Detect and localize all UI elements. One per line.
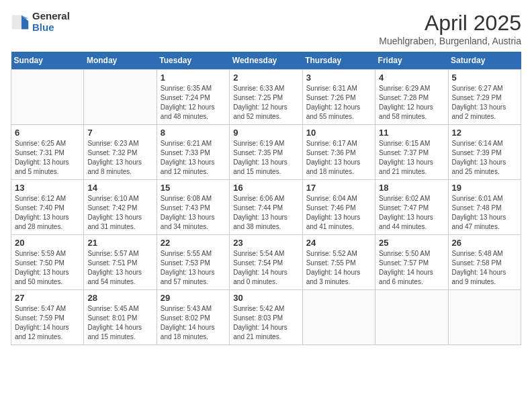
day-number: 8 (161, 128, 226, 138)
calendar-subtitle: Muehlgraben, Burgenland, Austria (379, 36, 521, 46)
weekday-header-wednesday: Wednesday (230, 52, 302, 70)
calendar-cell: 28Sunrise: 5:45 AM Sunset: 8:01 PM Dayli… (84, 290, 157, 345)
day-number: 13 (15, 183, 80, 193)
calendar-cell: 13Sunrise: 6:12 AM Sunset: 7:40 PM Dayli… (11, 180, 84, 235)
day-number: 30 (233, 293, 298, 303)
day-info: Sunrise: 6:15 AM Sunset: 7:37 PM Dayligh… (379, 139, 444, 177)
day-info: Sunrise: 5:59 AM Sunset: 7:50 PM Dayligh… (15, 249, 80, 287)
day-info: Sunrise: 5:54 AM Sunset: 7:54 PM Dayligh… (233, 249, 298, 287)
svg-rect-2 (12, 15, 21, 29)
calendar-cell: 5Sunrise: 6:27 AM Sunset: 7:29 PM Daylig… (448, 70, 521, 125)
calendar-cell: 12Sunrise: 6:14 AM Sunset: 7:39 PM Dayli… (448, 125, 521, 180)
day-number: 12 (452, 128, 517, 138)
calendar-title: April 2025 (379, 11, 521, 36)
day-number: 17 (306, 183, 371, 193)
day-info: Sunrise: 5:50 AM Sunset: 7:57 PM Dayligh… (379, 249, 444, 287)
day-number: 24 (306, 238, 371, 248)
day-number: 4 (379, 73, 444, 83)
calendar-cell: 15Sunrise: 6:08 AM Sunset: 7:43 PM Dayli… (157, 180, 229, 235)
calendar-week-3: 13Sunrise: 6:12 AM Sunset: 7:40 PM Dayli… (11, 180, 521, 235)
day-number: 20 (15, 238, 80, 248)
day-number: 23 (233, 238, 298, 248)
day-number: 1 (161, 73, 226, 83)
day-info: Sunrise: 6:08 AM Sunset: 7:43 PM Dayligh… (161, 194, 226, 232)
day-info: Sunrise: 6:27 AM Sunset: 7:29 PM Dayligh… (452, 84, 517, 122)
logo: General Blue (11, 11, 70, 33)
day-info: Sunrise: 6:25 AM Sunset: 7:31 PM Dayligh… (15, 139, 80, 177)
day-info: Sunrise: 5:48 AM Sunset: 7:58 PM Dayligh… (452, 249, 517, 287)
calendar-week-2: 6Sunrise: 6:25 AM Sunset: 7:31 PM Daylig… (11, 125, 521, 180)
day-number: 21 (87, 238, 152, 248)
day-number: 26 (452, 238, 517, 248)
calendar-cell (375, 290, 448, 345)
day-info: Sunrise: 6:33 AM Sunset: 7:25 PM Dayligh… (233, 84, 298, 122)
day-number: 5 (452, 73, 517, 83)
calendar-cell: 27Sunrise: 5:47 AM Sunset: 7:59 PM Dayli… (11, 290, 84, 345)
weekday-header-monday: Monday (84, 52, 157, 70)
day-info: Sunrise: 6:23 AM Sunset: 7:32 PM Dayligh… (87, 139, 152, 177)
day-info: Sunrise: 6:31 AM Sunset: 7:26 PM Dayligh… (306, 84, 371, 122)
day-number: 14 (87, 183, 152, 193)
calendar-cell (84, 70, 157, 125)
calendar-cell (448, 290, 521, 345)
calendar-cell: 8Sunrise: 6:21 AM Sunset: 7:33 PM Daylig… (157, 125, 229, 180)
calendar-cell: 25Sunrise: 5:50 AM Sunset: 7:57 PM Dayli… (375, 235, 448, 290)
day-number: 6 (15, 128, 80, 138)
logo-text: General Blue (32, 11, 70, 33)
calendar-week-5: 27Sunrise: 5:47 AM Sunset: 7:59 PM Dayli… (11, 290, 521, 345)
day-number: 28 (87, 293, 152, 303)
calendar-table: SundayMondayTuesdayWednesdayThursdayFrid… (11, 52, 521, 345)
calendar-cell: 17Sunrise: 6:04 AM Sunset: 7:46 PM Dayli… (302, 180, 375, 235)
calendar-cell: 21Sunrise: 5:57 AM Sunset: 7:51 PM Dayli… (84, 235, 157, 290)
day-number: 18 (379, 183, 444, 193)
weekday-header-sunday: Sunday (11, 52, 84, 70)
day-info: Sunrise: 6:19 AM Sunset: 7:35 PM Dayligh… (233, 139, 298, 177)
day-number: 25 (379, 238, 444, 248)
calendar-cell (11, 70, 84, 125)
calendar-cell: 29Sunrise: 5:43 AM Sunset: 8:02 PM Dayli… (157, 290, 229, 345)
day-number: 27 (15, 293, 80, 303)
calendar-cell: 26Sunrise: 5:48 AM Sunset: 7:58 PM Dayli… (448, 235, 521, 290)
calendar-cell: 24Sunrise: 5:52 AM Sunset: 7:55 PM Dayli… (302, 235, 375, 290)
logo-general-text: General (32, 11, 70, 22)
calendar-cell: 22Sunrise: 5:55 AM Sunset: 7:53 PM Dayli… (157, 235, 229, 290)
calendar-cell: 16Sunrise: 6:06 AM Sunset: 7:44 PM Dayli… (230, 180, 302, 235)
calendar-cell: 1Sunrise: 6:35 AM Sunset: 7:24 PM Daylig… (157, 70, 229, 125)
day-info: Sunrise: 6:10 AM Sunset: 7:42 PM Dayligh… (87, 194, 152, 232)
calendar-cell: 18Sunrise: 6:02 AM Sunset: 7:47 PM Dayli… (375, 180, 448, 235)
calendar-cell: 11Sunrise: 6:15 AM Sunset: 7:37 PM Dayli… (375, 125, 448, 180)
weekday-header-saturday: Saturday (448, 52, 521, 70)
calendar-cell: 30Sunrise: 5:42 AM Sunset: 8:03 PM Dayli… (230, 290, 302, 345)
calendar-week-1: 1Sunrise: 6:35 AM Sunset: 7:24 PM Daylig… (11, 70, 521, 125)
day-info: Sunrise: 6:01 AM Sunset: 7:48 PM Dayligh… (452, 194, 517, 232)
logo-icon (11, 13, 30, 32)
day-number: 11 (379, 128, 444, 138)
day-info: Sunrise: 5:43 AM Sunset: 8:02 PM Dayligh… (161, 304, 226, 342)
day-number: 2 (233, 73, 298, 83)
weekday-header-thursday: Thursday (302, 52, 375, 70)
day-number: 29 (161, 293, 226, 303)
page-header: General Blue April 2025 Muehlgraben, Bur… (11, 11, 521, 46)
calendar-cell: 19Sunrise: 6:01 AM Sunset: 7:48 PM Dayli… (448, 180, 521, 235)
day-number: 10 (306, 128, 371, 138)
day-info: Sunrise: 6:06 AM Sunset: 7:44 PM Dayligh… (233, 194, 298, 232)
calendar-cell: 20Sunrise: 5:59 AM Sunset: 7:50 PM Dayli… (11, 235, 84, 290)
weekday-header-friday: Friday (375, 52, 448, 70)
day-number: 16 (233, 183, 298, 193)
day-number: 22 (161, 238, 226, 248)
calendar-week-4: 20Sunrise: 5:59 AM Sunset: 7:50 PM Dayli… (11, 235, 521, 290)
day-number: 3 (306, 73, 371, 83)
calendar-cell: 9Sunrise: 6:19 AM Sunset: 7:35 PM Daylig… (230, 125, 302, 180)
day-info: Sunrise: 5:57 AM Sunset: 7:51 PM Dayligh… (87, 249, 152, 287)
calendar-cell: 23Sunrise: 5:54 AM Sunset: 7:54 PM Dayli… (230, 235, 302, 290)
calendar-cell (302, 290, 375, 345)
day-info: Sunrise: 6:21 AM Sunset: 7:33 PM Dayligh… (161, 139, 226, 177)
calendar-cell: 6Sunrise: 6:25 AM Sunset: 7:31 PM Daylig… (11, 125, 84, 180)
title-area: April 2025 Muehlgraben, Burgenland, Aust… (379, 11, 521, 46)
day-number: 9 (233, 128, 298, 138)
weekday-header-tuesday: Tuesday (157, 52, 229, 70)
calendar-cell: 4Sunrise: 6:29 AM Sunset: 7:28 PM Daylig… (375, 70, 448, 125)
day-number: 15 (161, 183, 226, 193)
day-info: Sunrise: 6:12 AM Sunset: 7:40 PM Dayligh… (15, 194, 80, 232)
day-info: Sunrise: 5:55 AM Sunset: 7:53 PM Dayligh… (161, 249, 226, 287)
